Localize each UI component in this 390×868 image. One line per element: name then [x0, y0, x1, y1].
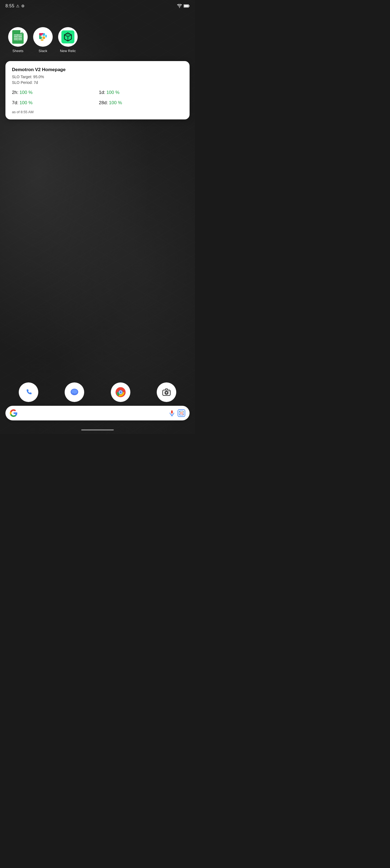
- sheets-label: Sheets: [12, 49, 23, 53]
- svg-rect-19: [42, 36, 45, 39]
- metric-7d: 7d: 100 %: [12, 100, 96, 105]
- metric-1d-value: 100 %: [107, 90, 120, 95]
- chrome-icon-circle: [111, 382, 130, 402]
- newrelic-app-icon[interactable]: New Relic: [58, 27, 78, 53]
- mic-icon[interactable]: [169, 410, 175, 416]
- status-time: 8:55: [5, 3, 14, 8]
- newrelic-icon-svg: [63, 32, 72, 41]
- svg-rect-9: [18, 38, 22, 38]
- warning-icon: ⚠: [16, 4, 20, 8]
- svg-rect-10: [14, 39, 18, 40]
- newrelic-icon-bg: [61, 30, 74, 43]
- sheets-app-icon[interactable]: Sheets: [8, 27, 28, 53]
- svg-point-35: [166, 392, 168, 394]
- svg-point-28: [71, 389, 78, 394]
- svg-point-41: [181, 412, 182, 414]
- svg-rect-2: [184, 5, 188, 7]
- settings-status-icon: ⚙: [21, 4, 25, 8]
- app-icons-row: Sheets Slack: [0, 11, 195, 58]
- dock-icons: [5, 382, 189, 402]
- phone-dock-icon[interactable]: [19, 382, 38, 402]
- metric-1d: 1d: 100 %: [99, 90, 183, 95]
- widget-meta: SLO Target: 95.0% SLO Period: 7d: [12, 74, 183, 86]
- camera-icon-circle: [157, 382, 176, 402]
- svg-rect-22: [39, 35, 40, 37]
- metric-2h-label: 2h:: [12, 90, 19, 95]
- camera-dock-icon[interactable]: [157, 382, 176, 402]
- svg-rect-1: [189, 5, 189, 7]
- metric-7d-value: 100 %: [20, 100, 33, 105]
- metric-2h-value: 100 %: [20, 90, 33, 95]
- svg-rect-6: [14, 36, 18, 37]
- sheets-icon-svg: [12, 30, 24, 44]
- metric-1d-label: 1d:: [99, 90, 106, 95]
- slo-period: SLO Period: 7d: [12, 80, 183, 86]
- slack-icon-circle: [33, 27, 53, 47]
- wifi-icon: [177, 4, 182, 8]
- svg-rect-8: [14, 38, 18, 38]
- svg-rect-23: [46, 35, 47, 37]
- camera-icon-svg: [161, 387, 172, 397]
- slack-app-icon[interactable]: Slack: [33, 27, 53, 53]
- slo-widget: Demotron V2 Homepage SLO Target: 95.0% S…: [5, 61, 189, 119]
- svg-rect-21: [41, 39, 43, 41]
- messages-dock-icon[interactable]: [65, 382, 84, 402]
- svg-rect-20: [41, 33, 43, 34]
- svg-rect-11: [18, 39, 22, 40]
- svg-rect-7: [18, 36, 22, 37]
- messages-icon-svg: [69, 387, 80, 398]
- metric-7d-label: 7d:: [12, 100, 19, 105]
- metric-28d-label: 28d:: [99, 100, 108, 105]
- google-lens-icon[interactable]: [178, 409, 185, 417]
- svg-point-32: [120, 391, 122, 393]
- status-bar: 8:55 ⚠ ⚙: [0, 0, 195, 11]
- chrome-icon-svg: [115, 386, 126, 398]
- sheets-icon-circle: [8, 27, 28, 47]
- phone-icon-svg: [23, 387, 34, 397]
- widget-metrics: 2h: 100 % 1d: 100 % 7d: 100 % 28d: 100 %: [12, 90, 183, 105]
- svg-marker-25: [64, 33, 71, 37]
- battery-icon: [184, 4, 189, 8]
- middle-spacer: [0, 125, 195, 382]
- home-bar: [81, 429, 114, 431]
- status-right: [177, 4, 189, 8]
- metric-2h: 2h: 100 %: [12, 90, 96, 95]
- slo-target: SLO Target: 95.0%: [12, 74, 183, 80]
- dock-area: [0, 382, 195, 426]
- messages-icon-circle: [65, 382, 84, 402]
- status-left: 8:55 ⚠ ⚙: [5, 3, 25, 8]
- slack-icon-svg: [37, 31, 49, 43]
- newrelic-icon-circle: [58, 27, 78, 47]
- svg-rect-5: [14, 34, 22, 35]
- widget-title: Demotron V2 Homepage: [12, 67, 183, 72]
- phone-icon-circle: [19, 382, 38, 402]
- slack-label: Slack: [38, 49, 47, 53]
- google-logo: [10, 409, 18, 417]
- newrelic-label: New Relic: [60, 49, 76, 53]
- widget-timestamp: as of 8:55 AM: [12, 110, 183, 114]
- search-bar[interactable]: [5, 406, 189, 421]
- svg-rect-37: [171, 410, 173, 414]
- metric-28d-value: 100 %: [109, 100, 122, 105]
- chrome-dock-icon[interactable]: [111, 382, 130, 402]
- svg-point-36: [169, 391, 170, 392]
- metric-28d: 28d: 100 %: [99, 100, 183, 105]
- home-indicator: [0, 426, 195, 434]
